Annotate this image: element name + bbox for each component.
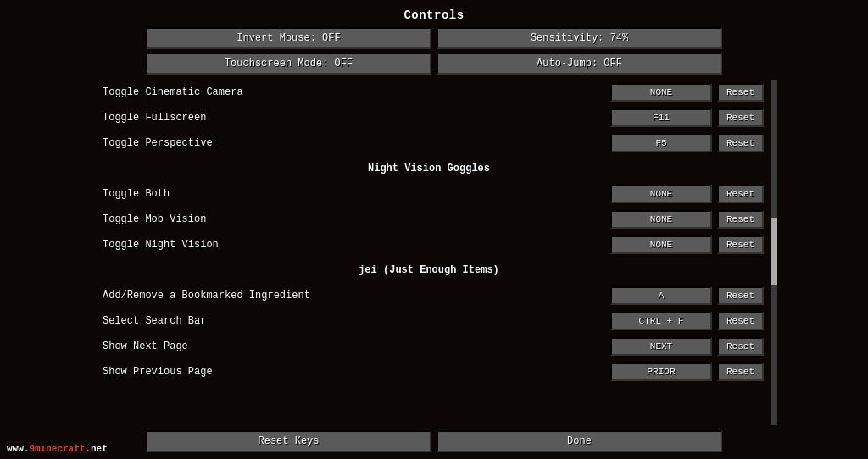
fullscreen-label: Toggle Fullscreen <box>94 112 610 124</box>
top-buttons-row1: Invert Mouse: OFF Sensitivity: 74% <box>146 27 722 49</box>
bookmarked-reset-button[interactable]: Reset <box>717 286 764 305</box>
mob-vision-reset-button[interactable]: Reset <box>717 210 764 229</box>
cinematic-reset-button[interactable]: Reset <box>717 83 764 102</box>
night-vision-key-button[interactable]: NONE <box>610 235 712 254</box>
fullscreen-key-button[interactable]: F11 <box>610 108 712 127</box>
perspective-reset-button[interactable]: Reset <box>717 134 764 152</box>
search-bar-key-button[interactable]: CTRL + F <box>610 312 712 330</box>
search-bar-label: Select Search Bar <box>94 315 610 327</box>
auto-jump-button[interactable]: Auto-Jump: OFF <box>437 53 722 75</box>
toggle-both-key-button[interactable]: NONE <box>610 185 712 203</box>
cinematic-key-button[interactable]: NONE <box>610 83 712 102</box>
mob-vision-key-button[interactable]: NONE <box>610 210 712 229</box>
sensitivity-button[interactable]: Sensitivity: 74% <box>437 27 722 49</box>
next-page-reset-button[interactable]: Reset <box>717 337 764 356</box>
prev-page-label: Show Previous Page <box>94 366 610 378</box>
scrollbar-thumb[interactable] <box>771 218 777 285</box>
content-area: Toggle Cinematic Camera NONE Reset Toggl… <box>91 80 777 425</box>
bookmarked-label: Add/Remove a Bookmarked Ingredient <box>94 290 610 301</box>
search-bar-reset-button[interactable]: Reset <box>717 312 764 330</box>
scrollbar[interactable] <box>771 80 777 425</box>
night-vision-title: Night Vision Goggles <box>94 159 764 178</box>
keybind-row-next-page: Show Next Page NEXT Reset <box>91 334 767 359</box>
reset-keys-button[interactable]: Reset Keys <box>146 430 431 452</box>
jei-title-row: jei (Just Enough Items) <box>91 257 767 283</box>
next-page-label: Show Next Page <box>94 340 610 352</box>
keybind-row-cinematic: Toggle Cinematic Camera NONE Reset <box>91 80 767 105</box>
scroll-content: Toggle Cinematic Camera NONE Reset Toggl… <box>91 80 767 425</box>
prev-page-key-button[interactable]: PRIOR <box>610 362 712 381</box>
keybind-row-search-bar: Select Search Bar CTRL + F Reset <box>91 308 767 334</box>
done-button[interactable]: Done <box>437 430 722 452</box>
controls-title: Controls <box>403 8 464 22</box>
jei-title: jei (Just Enough Items) <box>94 261 764 279</box>
fullscreen-reset-button[interactable]: Reset <box>717 108 764 127</box>
keybind-row-toggle-both: Toggle Both NONE Reset <box>91 181 767 207</box>
mob-vision-label: Toggle Mob Vision <box>94 213 610 225</box>
night-vision-title-row: Night Vision Goggles <box>91 156 767 181</box>
keybind-row-mob-vision: Toggle Mob Vision NONE Reset <box>91 207 767 232</box>
touchscreen-mode-button[interactable]: Touchscreen Mode: OFF <box>146 53 431 75</box>
cinematic-label: Toggle Cinematic Camera <box>94 86 610 98</box>
prev-page-reset-button[interactable]: Reset <box>717 362 764 381</box>
bottom-bar: Reset Keys Done <box>146 430 722 452</box>
top-buttons-row2: Touchscreen Mode: OFF Auto-Jump: OFF <box>146 53 722 75</box>
keybind-row-prev-page: Show Previous Page PRIOR Reset <box>91 359 767 384</box>
toggle-both-label: Toggle Both <box>94 188 610 200</box>
bookmarked-key-button[interactable]: A <box>610 286 712 305</box>
next-page-key-button[interactable]: NEXT <box>610 337 712 356</box>
perspective-key-button[interactable]: F5 <box>610 134 712 152</box>
night-vision-reset-button[interactable]: Reset <box>717 235 764 254</box>
toggle-both-reset-button[interactable]: Reset <box>717 185 764 203</box>
keybind-row-fullscreen: Toggle Fullscreen F11 Reset <box>91 105 767 130</box>
invert-mouse-button[interactable]: Invert Mouse: OFF <box>146 27 431 49</box>
keybind-row-perspective: Toggle Perspective F5 Reset <box>91 130 767 156</box>
keybind-row-bookmarked: Add/Remove a Bookmarked Ingredient A Res… <box>91 283 767 308</box>
watermark: www.9minecraft.net <box>7 444 108 454</box>
night-vision-label: Toggle Night Vision <box>94 239 610 251</box>
perspective-label: Toggle Perspective <box>94 137 610 149</box>
keybind-row-night-vision: Toggle Night Vision NONE Reset <box>91 232 767 257</box>
main-container: Controls Invert Mouse: OFF Sensitivity: … <box>0 0 868 459</box>
